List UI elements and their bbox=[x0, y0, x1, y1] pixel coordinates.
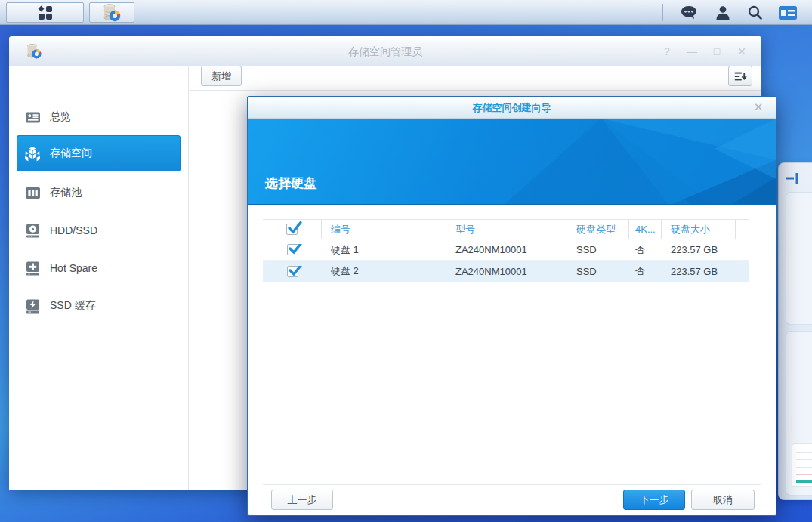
hot-spare-icon bbox=[24, 260, 41, 276]
overview-icon bbox=[24, 109, 41, 125]
banner-polygons bbox=[248, 119, 776, 205]
taskbar-storage-manager-button[interactable] bbox=[89, 2, 134, 23]
storage-manager-icon bbox=[102, 3, 122, 23]
column-header-disk-type[interactable]: 硬盘类型 bbox=[567, 220, 629, 239]
select-all-checkbox[interactable] bbox=[286, 224, 298, 235]
sidebar-item-label: 总览 bbox=[50, 110, 71, 124]
widget-mini-chart bbox=[792, 443, 812, 487]
sidebar-item-label: 存储空间 bbox=[50, 147, 92, 160]
add-button[interactable]: 新增 bbox=[201, 66, 242, 86]
table-row-disk-1[interactable]: 硬盘 1 ZA240NM10001 SSD 否 223.57 GB bbox=[263, 239, 749, 261]
toolbar: 新增 bbox=[190, 66, 761, 91]
row-checkbox[interactable] bbox=[287, 244, 298, 255]
desktop-widget-panel[interactable] bbox=[778, 162, 812, 500]
apps-grid-icon bbox=[37, 5, 54, 21]
table-header-row: 编号 型号 硬盘类型 4K... 硬盘大小 bbox=[263, 219, 749, 239]
window-title: 存储空间管理员 bbox=[9, 36, 761, 66]
column-header-number[interactable]: 编号 bbox=[322, 220, 446, 239]
storage-pool-icon bbox=[24, 184, 41, 201]
close-button[interactable]: ✕ bbox=[734, 45, 749, 57]
widget-card bbox=[786, 192, 812, 325]
back-button[interactable]: 上一步 bbox=[271, 490, 333, 510]
taskbar-separator bbox=[662, 4, 663, 21]
dock-panel-icon[interactable] bbox=[785, 171, 800, 186]
volume-creation-wizard-dialog: 存储空间创建向导 ✕ 选择硬盘 编号 型号 硬盘类型 4K... 硬盘大小 bbox=[247, 96, 776, 516]
cell-4k: 否 bbox=[629, 264, 662, 278]
notifications-button[interactable] bbox=[676, 3, 702, 23]
dialog-title: 存储空间创建向导 bbox=[248, 97, 776, 119]
cell-number: 硬盘 1 bbox=[322, 243, 446, 257]
cell-size: 223.57 GB bbox=[662, 244, 736, 255]
notifications-chat-icon bbox=[680, 5, 698, 21]
cell-model: ZA240NM10001 bbox=[446, 266, 567, 277]
sidebar-item-label: SSD 缓存 bbox=[50, 299, 96, 313]
cell-disk-type: SSD bbox=[567, 266, 629, 277]
user-menu-button[interactable] bbox=[710, 3, 736, 23]
column-header-model[interactable]: 型号 bbox=[446, 220, 567, 239]
sidebar-item-label: HDD/SSD bbox=[50, 224, 97, 236]
volume-cubes-icon bbox=[24, 145, 41, 162]
sidebar-item-label: Hot Spare bbox=[50, 262, 97, 274]
collapse-list-button[interactable] bbox=[728, 66, 752, 86]
help-button[interactable]: ? bbox=[659, 45, 675, 57]
pilot-view-button[interactable] bbox=[775, 3, 801, 23]
cancel-button[interactable]: 取消 bbox=[691, 490, 755, 510]
sidebar-item-label: 存储池 bbox=[50, 186, 82, 199]
column-header-size[interactable]: 硬盘大小 bbox=[662, 220, 736, 239]
sidebar-item-volume[interactable]: 存储空间 bbox=[17, 135, 181, 171]
column-header-4k[interactable]: 4K... bbox=[629, 220, 662, 239]
maximize-button[interactable]: □ bbox=[709, 45, 724, 57]
search-button[interactable] bbox=[742, 3, 767, 23]
taskbar bbox=[0, 0, 812, 25]
row-checkbox[interactable] bbox=[287, 266, 298, 277]
sidebar-item-ssd-cache[interactable]: SSD 缓存 bbox=[17, 295, 181, 317]
sidebar-item-storage-pool[interactable]: 存储池 bbox=[17, 181, 181, 204]
hdd-icon bbox=[24, 222, 41, 239]
disk-table: 编号 型号 硬盘类型 4K... 硬盘大小 硬盘 1 ZA240NM10001 … bbox=[263, 219, 749, 282]
dialog-titlebar[interactable]: 存储空间创建向导 ✕ bbox=[248, 97, 776, 119]
footer-divider bbox=[263, 484, 761, 485]
main-menu-button[interactable] bbox=[6, 2, 84, 23]
table-row-disk-2[interactable]: 硬盘 2 ZA240NM10001 SSD 否 223.57 GB bbox=[263, 261, 749, 282]
sidebar-item-overview[interactable]: 总览 bbox=[17, 106, 181, 128]
pilot-view-icon bbox=[778, 5, 798, 20]
sidebar-item-hot-spare[interactable]: Hot Spare bbox=[17, 257, 181, 280]
widget-card bbox=[786, 331, 812, 496]
search-icon bbox=[746, 5, 763, 21]
sidebar-item-hdd-ssd[interactable]: HDD/SSD bbox=[17, 219, 181, 242]
cell-4k: 否 bbox=[629, 243, 662, 257]
next-button[interactable]: 下一步 bbox=[623, 490, 685, 510]
user-icon bbox=[715, 5, 731, 21]
dialog-banner: 选择硬盘 bbox=[248, 119, 776, 205]
dialog-close-button[interactable]: ✕ bbox=[750, 99, 767, 116]
sidebar: 总览 存储空间 bbox=[9, 66, 189, 490]
cell-number: 硬盘 2 bbox=[322, 264, 446, 278]
minimize-button[interactable]: — bbox=[684, 45, 699, 57]
window-titlebar[interactable]: 存储空间管理员 ? — □ ✕ bbox=[9, 36, 761, 66]
step-title: 选择硬盘 bbox=[265, 175, 316, 192]
ssd-cache-icon bbox=[24, 298, 41, 314]
cell-disk-type: SSD bbox=[567, 244, 629, 255]
cell-model: ZA240NM10001 bbox=[446, 244, 567, 255]
collapse-list-icon bbox=[733, 69, 747, 83]
cell-size: 223.57 GB bbox=[662, 266, 736, 277]
